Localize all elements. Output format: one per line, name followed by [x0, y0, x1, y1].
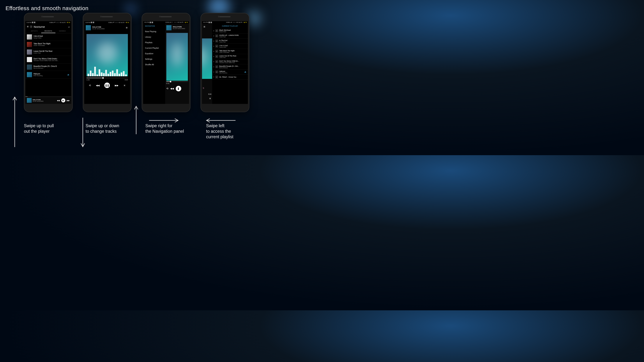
- drag-handle-icon[interactable]: ≡: [213, 71, 214, 73]
- shuffle-icon[interactable]: ⤨: [124, 84, 126, 87]
- nav-item[interactable]: Equalizer: [145, 51, 164, 56]
- prev-icon[interactable]: ◀◀: [57, 99, 60, 101]
- track-row[interactable]: I Am A GodKanye West: [26, 33, 71, 41]
- playlist-row[interactable]: ≡♪06. Pitbull - I Know You: [212, 75, 248, 80]
- playlist-row[interactable]: ≡♪Leave Out All The RestLinkin Park: [212, 54, 248, 59]
- track-row[interactable]: Beautiful People (Ft. Chris BBenny Benas…: [26, 63, 71, 71]
- time-total: 3:24: [124, 79, 128, 81]
- drag-handle-icon[interactable]: ≡: [213, 40, 214, 42]
- mini-album-art: [27, 98, 32, 103]
- np-peek[interactable]: ≡ S 3:24 ⤨: [202, 24, 212, 104]
- tab-genres[interactable]: GENRES: [56, 29, 69, 33]
- repeat-icon[interactable]: ⟲: [166, 87, 168, 90]
- pause-icon[interactable]: ❚❚: [104, 82, 110, 88]
- note-icon: ♪: [215, 60, 218, 63]
- track-row[interactable]: HalcyonEllie Goulding: [26, 71, 71, 78]
- playlist-row[interactable]: ≡♪HalcyonEllie Goulding: [212, 69, 248, 75]
- track-row[interactable]: Don't You Worry Child (InstruSwedish Hou…: [26, 56, 71, 63]
- track-title: Leave Out All The Rest: [219, 55, 247, 57]
- note-icon: ♪: [215, 29, 218, 32]
- playlist-row[interactable]: ≡♪Black SkinheadKanye West: [212, 28, 248, 33]
- nav-item[interactable]: Settings: [145, 56, 164, 62]
- navigation-drawer[interactable]: NAVIGATION Now PlayingLibraryPlaylistsCu…: [143, 24, 165, 104]
- track-title: 06. Pitbull - I Know You: [219, 76, 247, 78]
- play-icon[interactable]: ▶: [61, 98, 65, 102]
- drag-handle-icon[interactable]: ≡: [213, 45, 214, 47]
- track-title: GIVEN UP - LINKIN PARK: [219, 34, 247, 36]
- status-bar: 3:51 PM 10.9K/s⇌ᯤ○○○○4G VoLTE+▮63: [143, 21, 189, 24]
- progress-bar[interactable]: [86, 78, 128, 78]
- status-bar: 3:20 PM 0.00K/s⇌○○○○4G VoLTE+▮59: [84, 21, 130, 24]
- album-art: [27, 49, 32, 55]
- next-icon[interactable]: ▶▶: [67, 99, 70, 101]
- drag-handle-icon[interactable]: ≡: [213, 66, 214, 68]
- nav-item[interactable]: Shuffle All: [145, 62, 164, 67]
- track-title: I Am A God: [34, 35, 70, 37]
- track-artist: Ellie Goulding: [219, 72, 244, 73]
- nav-item[interactable]: Playlists: [145, 40, 164, 45]
- menu-icon[interactable]: ≡: [27, 25, 28, 28]
- note-icon: ♪: [215, 70, 218, 73]
- note-icon: ♪: [215, 65, 218, 68]
- drag-handle-icon[interactable]: ≡: [213, 55, 214, 57]
- phone-library: 3:18 PM 0.00K/s⇌○○○○4G VoLTE+▮59 ≡ ♪ Noc…: [24, 13, 73, 112]
- playlist-row[interactable]: ≡♪GIVEN UP - LINKIN PARKLinkin Park: [212, 33, 248, 39]
- time-elapsed: 1:21: [86, 79, 90, 81]
- drag-handle-icon[interactable]: ≡: [213, 30, 214, 32]
- track-artist: Benny Benassi: [219, 67, 247, 68]
- nav-item[interactable]: Library: [145, 34, 164, 40]
- note-icon: ♪: [215, 34, 218, 37]
- album-art: [27, 34, 32, 39]
- nav-item[interactable]: Current Playlist: [145, 45, 164, 51]
- track-row[interactable]: Leave Out All The RestLinkin Park: [26, 48, 71, 56]
- repeat-icon[interactable]: ⟲: [89, 84, 91, 87]
- track-title: Leave Out All The Rest: [34, 50, 70, 52]
- search-icon[interactable]: ⌕: [68, 25, 70, 28]
- time-total: 3:24: [208, 93, 212, 95]
- phone-now-playing: 3:20 PM 0.00K/s⇌○○○○4G VoLTE+▮59 HALCYON…: [83, 13, 132, 112]
- menu-icon[interactable]: ≡: [126, 26, 128, 29]
- visualizer: [86, 63, 128, 76]
- drag-handle-icon[interactable]: ≡: [213, 35, 214, 37]
- tab-recents[interactable]: RECENTS: [41, 29, 55, 33]
- playlist-row[interactable]: ≡♪Take Back The NightJustin Timberlake: [212, 49, 248, 54]
- nav-heading: NAVIGATION: [145, 25, 164, 27]
- np-album-art[interactable]: [86, 34, 128, 76]
- menu-icon[interactable]: ≡: [202, 24, 212, 30]
- track-row[interactable]: Take Back The NightJustin Timberlake: [26, 41, 71, 48]
- track-artist: Kanye West: [219, 31, 247, 32]
- drag-handle-icon[interactable]: ≡: [213, 61, 214, 63]
- now-playing-indicator: [244, 71, 246, 73]
- drag-handle-icon[interactable]: ≡: [213, 76, 214, 78]
- nav-item[interactable]: Now Playing: [145, 29, 164, 34]
- track-list[interactable]: I Am A GodKanye WestTake Back The NightJ…: [26, 33, 71, 96]
- prev-icon[interactable]: ◀◀: [170, 87, 174, 90]
- prev-icon[interactable]: ◀◀: [96, 84, 100, 87]
- status-bar: 3:21 PM 0.00K/s⇌○○○○4G VoLTE+▮59: [202, 21, 248, 24]
- track-artist: Swedish House Mafia Feat John Mar...: [34, 60, 70, 61]
- track-artist: Justin Timberlake: [34, 45, 70, 46]
- track-title: Don't You Worry Child (In...: [219, 60, 247, 62]
- track-title: I Am A God: [219, 45, 247, 46]
- track-title: Don't You Worry Child (Instru: [34, 58, 70, 60]
- shuffle-icon[interactable]: ⤨: [209, 97, 211, 100]
- mini-player[interactable]: HALCYON ELLIE GOULDING ◀◀ ▶ ▶▶: [26, 97, 71, 104]
- drag-handle-icon[interactable]: ≡: [213, 50, 214, 52]
- playlist-row[interactable]: ≡♪I Am A GodKanye West: [212, 44, 248, 49]
- playlist[interactable]: ≡♪Black SkinheadKanye West≡♪GIVEN UP - L…: [212, 28, 248, 104]
- np-album-art[interactable]: [166, 33, 188, 81]
- np-album-art-small: [166, 25, 172, 30]
- np-album-art-small: [86, 25, 91, 30]
- playlist-row[interactable]: ≡♪In The EndLinkin Park: [212, 39, 248, 44]
- tab-artists[interactable]: ARTISTS: [27, 29, 41, 33]
- caption-1: Swipe up to pull out the player: [24, 123, 54, 134]
- playlist-row[interactable]: ≡♪Don't You Worry Child (In...Swedish Ho…: [212, 59, 248, 64]
- phone-playlist: 3:21 PM 0.00K/s⇌○○○○4G VoLTE+▮59 ≡ S 3:2…: [200, 13, 249, 112]
- next-icon[interactable]: ▶▶: [115, 84, 118, 87]
- track-title: Beautiful People (Ft. Chris B: [34, 65, 70, 67]
- track-title: Take Back The Night: [34, 43, 70, 45]
- note-icon: ♪: [215, 39, 218, 42]
- playlist-row[interactable]: ≡♪Beautiful People (Ft. Chri...Benny Ben…: [212, 64, 248, 69]
- progress-bar[interactable]: [166, 81, 188, 82]
- pause-icon[interactable]: ❚: [176, 86, 181, 91]
